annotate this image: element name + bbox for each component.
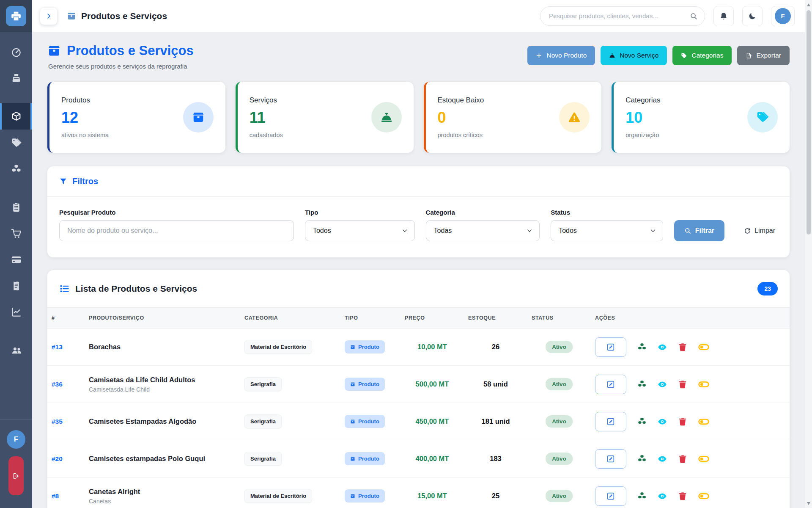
- category-cell: Serigrafia: [240, 403, 340, 440]
- scroll-up-arrow[interactable]: [805, 1, 812, 8]
- delete-button[interactable]: [678, 491, 687, 501]
- filter-search-input[interactable]: [59, 220, 294, 241]
- stat-label: Serviços: [250, 96, 283, 105]
- sidebar-avatar[interactable]: F: [7, 430, 25, 449]
- tipo-select[interactable]: Todos: [305, 220, 415, 241]
- box-icon: [350, 382, 355, 387]
- stat-value: 10: [625, 109, 660, 127]
- toggle-status-button[interactable]: [698, 491, 709, 502]
- status-badge: Ativo: [546, 490, 573, 502]
- toggle-status-button[interactable]: [698, 379, 709, 390]
- tags-icon: [747, 102, 778, 133]
- scrollbar-thumb[interactable]: [807, 10, 811, 235]
- rotate-icon: [744, 227, 751, 234]
- sidebar-item-chart-line[interactable]: [0, 299, 32, 325]
- product-name: Camisetes Estampadas Algodão: [89, 417, 236, 425]
- price-cell: 15,00 MT: [401, 478, 464, 508]
- sidebar-item-cart[interactable]: [0, 220, 32, 246]
- novo-produto-button[interactable]: Novo Produto: [527, 46, 595, 65]
- product-id-link[interactable]: #13: [52, 343, 63, 351]
- type-badge: Produto: [345, 489, 385, 502]
- sidebar-item-gauge[interactable]: [0, 39, 32, 65]
- box-icon: [350, 419, 355, 424]
- app-logo-button[interactable]: [6, 6, 26, 26]
- product-id-link[interactable]: #35: [52, 418, 63, 425]
- sidebar-item-tags[interactable]: [0, 130, 32, 156]
- scroll-down-arrow[interactable]: [805, 500, 812, 507]
- stats-row: Produtos12ativos no sistemaServiços11cad…: [47, 82, 790, 153]
- sidebar-item-cubes[interactable]: [0, 156, 32, 182]
- notifications-button[interactable]: [713, 6, 734, 26]
- stock-button[interactable]: [637, 380, 647, 389]
- product-id-link[interactable]: #8: [52, 492, 59, 500]
- novo-servi-o-button[interactable]: Novo Serviço: [601, 46, 667, 65]
- stat-card-estoque-baixo: Estoque Baixo0produtos críticos: [424, 82, 602, 153]
- file-export-icon: [746, 52, 752, 59]
- column-header-name: PRODUTO/SERVIÇO: [85, 308, 240, 329]
- sidebar-item-receipt[interactable]: [0, 273, 32, 299]
- toggle-status-button[interactable]: [698, 342, 709, 353]
- sidebar-item-users[interactable]: [0, 337, 32, 363]
- printer-icon: [11, 11, 22, 22]
- stock-button[interactable]: [637, 342, 647, 352]
- delete-button[interactable]: [678, 417, 687, 426]
- delete-button[interactable]: [678, 380, 687, 389]
- price-cell: 10,00 MT: [401, 329, 464, 366]
- tipo-select-value: Todos: [313, 227, 331, 235]
- view-button[interactable]: [658, 342, 667, 352]
- sidebar-toggle-button[interactable]: [40, 7, 58, 25]
- topbar-right: F: [540, 6, 795, 26]
- sidebar-item-credit-card[interactable]: [0, 246, 32, 273]
- edit-button[interactable]: [595, 486, 626, 506]
- search-icon[interactable]: [690, 12, 697, 20]
- sidebar-item-cube[interactable]: [0, 103, 32, 130]
- toggle-status-button[interactable]: [698, 453, 709, 464]
- actions-row: [595, 412, 785, 431]
- toggle-status-button[interactable]: [698, 416, 709, 427]
- delete-button[interactable]: [678, 342, 687, 352]
- column-header-status: STATUS: [527, 308, 591, 329]
- view-button[interactable]: [658, 380, 667, 389]
- actions-cell: [591, 403, 790, 440]
- delete-button[interactable]: [678, 454, 687, 464]
- view-button[interactable]: [658, 491, 667, 501]
- sidebar-item-clipboard-list[interactable]: [0, 194, 32, 220]
- dark-mode-button[interactable]: [742, 6, 763, 26]
- filter-status-field: Status Todos: [551, 209, 663, 241]
- product-id-link[interactable]: #20: [52, 455, 63, 462]
- filter-tipo-label: Tipo: [305, 209, 415, 216]
- category-badge: Serigrafia: [244, 452, 282, 466]
- user-menu-button[interactable]: F: [771, 6, 795, 26]
- stock-button[interactable]: [637, 454, 647, 464]
- edit-button[interactable]: [595, 375, 626, 394]
- product-name: Borachas: [89, 343, 236, 351]
- edit-button[interactable]: [595, 412, 626, 431]
- logout-button[interactable]: [8, 456, 24, 495]
- view-button[interactable]: [658, 454, 667, 464]
- action-button-label: Novo Serviço: [620, 52, 658, 59]
- product-id-cell: #35: [47, 403, 85, 440]
- sidebar-item-cash-register[interactable]: [0, 65, 32, 91]
- view-button[interactable]: [658, 417, 667, 426]
- users-icon: [11, 345, 22, 356]
- search-icon: [684, 227, 691, 234]
- limpar-button[interactable]: Limpar: [741, 220, 778, 241]
- stock-button[interactable]: [637, 491, 647, 501]
- product-name-cell: Camisetas da Life Child AdultosCamisetas…: [85, 366, 240, 403]
- price-cell: 450,00 MT: [401, 403, 464, 440]
- edit-button[interactable]: [595, 449, 626, 469]
- stat-label: Produtos: [61, 96, 109, 105]
- global-search-input[interactable]: [540, 6, 705, 26]
- categorias-button[interactable]: Categorias: [672, 46, 732, 65]
- filter-categoria-field: Categoria Todas: [426, 209, 540, 241]
- category-badge: Serigrafia: [244, 414, 282, 428]
- edit-button[interactable]: [595, 337, 626, 357]
- stock-button[interactable]: [637, 417, 647, 426]
- chevron-down-icon: [650, 228, 656, 234]
- status-select[interactable]: Todos: [551, 220, 663, 241]
- product-id-link[interactable]: #36: [52, 381, 63, 388]
- type-cell: Produto: [340, 329, 401, 366]
- categoria-select[interactable]: Todas: [426, 220, 540, 241]
- filtrar-button[interactable]: Filtrar: [674, 220, 724, 241]
- exportar-button[interactable]: Exportar: [737, 46, 790, 65]
